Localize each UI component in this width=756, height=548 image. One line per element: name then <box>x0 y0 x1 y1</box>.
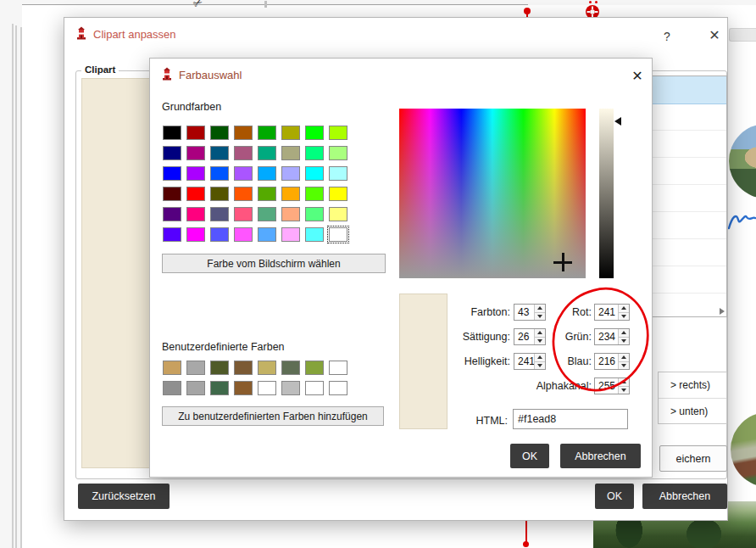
pick-screen-color-button[interactable]: Farbe vom Bildschirm wählen <box>162 254 386 273</box>
app-icon <box>75 26 88 40</box>
color-swatch[interactable] <box>329 166 347 181</box>
custom-colors-grid <box>163 361 347 395</box>
color-swatch[interactable] <box>210 361 229 375</box>
color-swatch[interactable] <box>305 361 324 375</box>
color-swatch[interactable] <box>163 166 181 181</box>
option-mirror-down[interactable]: > unten) <box>659 399 726 424</box>
color-swatch[interactable] <box>210 166 229 181</box>
crosshair-icon <box>562 253 564 271</box>
mini-dot <box>589 1 592 3</box>
color-swatch[interactable] <box>210 381 229 395</box>
mirror-options-box: > rechts) > unten) <box>658 372 727 424</box>
color-swatch[interactable] <box>210 187 229 201</box>
color-swatch[interactable] <box>210 207 229 221</box>
saturation-label: Sättigung: <box>429 328 510 345</box>
color-swatch[interactable] <box>258 166 276 181</box>
option-mirror-right[interactable]: > rechts) <box>659 372 726 399</box>
color-swatch[interactable] <box>329 187 347 201</box>
color-swatch[interactable] <box>186 381 205 395</box>
color-swatch[interactable] <box>329 146 347 160</box>
color-swatch[interactable] <box>234 227 253 242</box>
color-swatch[interactable] <box>163 187 181 201</box>
book-page-edge <box>15 25 17 548</box>
color-swatch[interactable] <box>234 146 253 160</box>
book-page-edge <box>20 27 22 548</box>
color-swatch[interactable] <box>281 146 300 160</box>
app-icon <box>160 67 174 81</box>
color-swatch[interactable] <box>281 166 300 181</box>
color-swatch[interactable] <box>163 126 181 140</box>
color-swatch[interactable] <box>258 361 276 375</box>
color-swatch[interactable] <box>329 361 347 375</box>
html-input[interactable]: #f1ead8 <box>513 409 628 429</box>
color-swatch[interactable] <box>305 126 324 140</box>
color-swatch[interactable] <box>305 227 324 242</box>
color-swatch[interactable] <box>281 207 300 221</box>
luminance-slider[interactable] <box>599 109 614 278</box>
color-swatch[interactable] <box>305 146 324 160</box>
cancel-button[interactable]: Abbrechen <box>560 444 641 468</box>
color-swatch[interactable] <box>281 227 300 242</box>
color-swatch[interactable] <box>329 126 347 140</box>
color-swatch[interactable] <box>210 227 229 242</box>
drawn-path-squiggle <box>727 206 756 233</box>
clipart-groupbox-label: Clipart <box>81 64 119 75</box>
color-swatch[interactable] <box>234 126 253 140</box>
reset-button[interactable]: Zurücksetzen <box>78 484 170 509</box>
annotation-circle <box>546 280 657 397</box>
luminance-marker-icon <box>614 117 621 126</box>
color-swatch[interactable] <box>234 207 253 221</box>
color-swatch[interactable] <box>305 207 324 221</box>
ok-button[interactable]: OK <box>510 444 549 468</box>
color-swatch[interactable] <box>186 227 205 242</box>
close-icon[interactable]: ✕ <box>705 25 724 44</box>
color-swatch[interactable] <box>186 207 205 221</box>
color-swatch[interactable] <box>234 166 253 181</box>
color-swatch[interactable] <box>186 126 205 140</box>
color-swatch[interactable] <box>186 187 205 201</box>
color-swatch[interactable] <box>258 126 276 140</box>
color-swatch[interactable] <box>258 207 276 221</box>
hue-saturation-picker[interactable] <box>399 109 586 278</box>
color-swatch[interactable] <box>281 361 300 375</box>
color-swatch[interactable] <box>163 381 181 395</box>
trim-tick <box>264 1 267 8</box>
color-swatch[interactable] <box>163 146 181 160</box>
color-swatch[interactable] <box>258 146 276 160</box>
color-swatch[interactable] <box>281 381 300 395</box>
help-button[interactable]: ? <box>658 27 676 46</box>
color-swatch[interactable] <box>329 381 347 395</box>
hue-label: Farbton: <box>429 304 510 321</box>
farbauswahl-dialog: Farbauswahl ✕ Grundfarben Farbe vom Bild… <box>149 58 653 478</box>
color-swatch[interactable] <box>258 227 276 242</box>
color-swatch[interactable] <box>163 207 181 221</box>
close-icon[interactable]: ✕ <box>628 66 647 85</box>
color-swatch[interactable] <box>163 227 181 242</box>
color-swatch[interactable] <box>305 166 324 181</box>
color-swatch[interactable] <box>281 126 300 140</box>
color-swatch[interactable] <box>258 187 276 201</box>
color-swatch[interactable] <box>281 187 300 201</box>
color-swatch[interactable] <box>186 146 205 160</box>
color-swatch[interactable] <box>305 381 324 395</box>
color-swatch[interactable] <box>234 361 253 375</box>
cancel-button[interactable]: Abbrechen <box>642 484 727 509</box>
ok-button[interactable]: OK <box>595 484 634 509</box>
save-button[interactable]: eichern <box>659 445 727 472</box>
mini-dot <box>595 1 598 3</box>
color-swatch[interactable] <box>210 126 229 140</box>
color-swatch[interactable] <box>210 146 229 160</box>
color-swatch[interactable] <box>186 361 205 375</box>
page-trim-line <box>22 4 528 5</box>
add-custom-color-button[interactable]: Zu benutzerdefinierten Farben hinzufügen <box>162 406 384 426</box>
color-swatch[interactable] <box>234 187 253 201</box>
color-swatch[interactable] <box>163 361 181 375</box>
color-swatch[interactable] <box>329 227 347 242</box>
color-swatch[interactable] <box>186 166 205 181</box>
color-swatch[interactable] <box>305 187 324 201</box>
color-swatch[interactable] <box>329 207 347 221</box>
basic-colors-grid <box>163 126 347 242</box>
color-swatch[interactable] <box>258 381 276 395</box>
color-swatch[interactable] <box>234 381 253 395</box>
scroll-arrow-icon[interactable] <box>720 308 725 315</box>
